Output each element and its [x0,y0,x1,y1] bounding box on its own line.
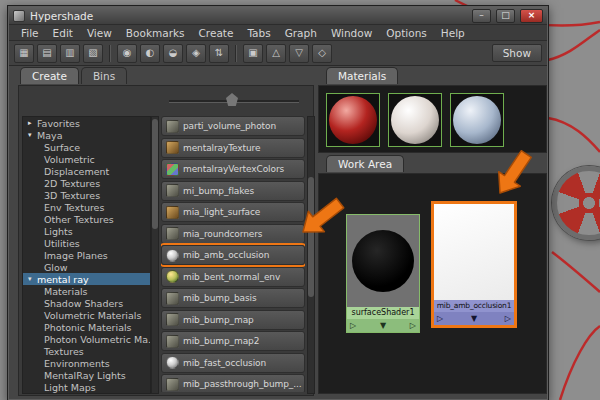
tree-item-other-textures[interactable]: Other Textures [23,213,150,225]
node-list-item[interactable]: mib_passthrough_bump_... [161,374,305,392]
tree-item-volumetric[interactable]: Volumetric [23,153,150,165]
tree-item-maya[interactable]: ▾Maya [23,129,150,141]
mib-amb-occlusion1-swatch[interactable] [434,204,514,300]
toolbar-icon-grid1[interactable]: ▦ [14,44,34,63]
node-list-item[interactable]: mib_bent_normal_env [161,267,305,287]
tree-item-shadow-shaders[interactable]: Shadow Shaders [23,297,150,309]
collapsed-arrow-icon[interactable]: ▸ [28,119,37,127]
node-list-scrollbar-thumb[interactable] [308,177,314,297]
minimize-button[interactable]: – [472,9,491,23]
materials-strip [318,85,547,153]
toolbar-icon-graph1[interactable]: ▣ [243,44,263,63]
node-list-scrollbar[interactable] [307,116,315,394]
menu-file[interactable]: File [14,27,46,39]
menu-tabs[interactable]: Tabs [240,27,277,39]
tree-item-surface[interactable]: Surface [23,141,150,153]
tree-item-lights[interactable]: Lights [23,225,150,237]
tab-create[interactable]: Create [20,67,79,84]
menu-edit[interactable]: Edit [46,27,80,39]
tree-item-2d-textures[interactable]: 2D Textures [23,177,150,189]
toolbar-icon-grid4[interactable]: ▧ [83,44,103,63]
menu-window[interactable]: Window [324,27,379,39]
swatch-size-slider-handle[interactable] [226,93,238,106]
menu-create[interactable]: Create [192,27,241,39]
node-list-item[interactable]: mib_bump_basis [161,288,305,308]
toolbar-icon-grid2[interactable]: ▤ [37,44,57,63]
tree-item-photonic-materials[interactable]: Photonic Materials [23,321,150,333]
tree-item-favorites[interactable]: ▸Favorites [23,117,150,129]
node-list-item[interactable]: mi_bump_flakes [161,181,305,201]
toolbar-icon-sphere3[interactable]: ◒ [163,44,183,63]
menu-arrow-icon[interactable]: ▼ [471,314,477,323]
toolbar-icon-diamond[interactable]: ◈ [186,44,206,63]
toolbar-icon-graph2[interactable]: △ [266,44,286,63]
node-list-item[interactable]: mia_roundcorners [161,224,305,244]
hypershade-window: Hypershade – □ × File Edit View Bookmark… [7,5,549,400]
node-mib-amb-occlusion1[interactable]: mib_amb_occlusion1 ▷ ▼ ▷ [431,201,517,328]
tree-item-photon-volumetric[interactable]: Photon Volumetric Ma... [23,333,150,345]
work-area[interactable]: surfaceShader1 ▷ ▼ ▷ mib_amb_occlusion1 … [318,173,547,394]
node-list-item[interactable]: parti_volume_photon [161,116,305,136]
menu-arrow-icon[interactable]: ▼ [380,321,386,330]
tree-item-displacement[interactable]: Displacement [23,165,150,177]
tab-materials[interactable]: Materials [326,67,398,84]
material-swatch-red[interactable] [326,93,380,147]
node-list-item[interactable]: mib_fast_occlusion [161,353,305,373]
tree-scrollbar-thumb[interactable] [152,119,158,229]
tab-bins[interactable]: Bins [81,67,127,84]
tree-item-utilities[interactable]: Utilities [23,237,150,249]
tree-item-glow[interactable]: Glow [23,261,150,273]
left-tab-bar: Create Bins [20,67,127,84]
tree-item-mentalray-lights[interactable]: MentalRay Lights [23,369,150,381]
outputs-arrow-icon[interactable]: ▷ [505,314,511,323]
title-bar[interactable]: Hypershade – □ × [9,7,547,25]
category-tree: ▸Favorites ▾Maya Surface Volumetric Disp… [22,116,151,394]
tree-item-environments[interactable]: Environments [23,357,150,369]
node-surfaceshader1[interactable]: surfaceShader1 ▷ ▼ ▷ [346,214,420,333]
color-sphere-icon [166,270,179,283]
tree-item-env-textures[interactable]: Env Textures [23,201,150,213]
material-swatch-pearl[interactable] [388,93,442,147]
menu-help[interactable]: Help [434,27,472,39]
node-list-item[interactable]: mentalrayTexture [161,138,305,158]
red-sphere-icon [329,96,377,144]
tree-item-light-maps[interactable]: Light Maps [23,381,150,393]
tree-scrollbar[interactable] [151,116,159,394]
node-list-item[interactable]: mia_light_surface [161,202,305,222]
toolbar-icon-sphere2[interactable]: ◐ [140,44,160,63]
window-title: Hypershade [30,10,93,22]
menu-view[interactable]: View [80,27,119,39]
node-list-item[interactable]: mib_bump_map2 [161,331,305,351]
toolbar-icon-graph3[interactable]: ▽ [289,44,309,63]
toolbar-icon-sphere1[interactable]: ◉ [117,44,137,63]
node-list-item[interactable]: mib_bump_map [161,310,305,330]
tab-work-area[interactable]: Work Area [326,155,404,172]
maximize-button[interactable]: □ [496,9,515,23]
surfaceshader1-swatch[interactable] [347,215,419,307]
menu-bookmarks[interactable]: Bookmarks [119,27,192,39]
expanded-arrow-icon[interactable]: ▾ [28,275,37,283]
toolbar-icon-connections[interactable]: ⇅ [209,44,229,63]
inputs-arrow-icon[interactable]: ▷ [437,314,443,323]
tree-item-mental-ray[interactable]: ▾mental ray [23,273,150,285]
close-button[interactable]: × [520,9,543,23]
tree-item-materials[interactable]: Materials [23,285,150,297]
tree-item-volumetric-materials[interactable]: Volumetric Materials [23,309,150,321]
node-list-item-mib-amb-occlusion[interactable]: mib_amb_occlusion [161,245,305,265]
expanded-arrow-icon[interactable]: ▾ [28,131,37,139]
outputs-arrow-icon[interactable]: ▷ [410,321,416,330]
toolbar-icon-graph4[interactable]: ◇ [312,44,332,63]
swatch-icon [166,292,179,305]
material-swatch-blue[interactable] [450,93,504,147]
swatch-icon [166,378,179,391]
tree-item-3d-textures[interactable]: 3D Textures [23,189,150,201]
menu-graph[interactable]: Graph [278,27,324,39]
tree-item-image-planes[interactable]: Image Planes [23,249,150,261]
node-list-item[interactable]: mentalrayVertexColors [161,159,305,179]
inputs-arrow-icon[interactable]: ▷ [350,321,356,330]
tree-item-textures[interactable]: Textures [23,345,150,357]
toolbar-icon-grid3[interactable]: ▥ [60,44,80,63]
menu-options[interactable]: Options [379,27,434,39]
node-title: surfaceShader1 [347,307,419,319]
show-button[interactable]: Show [492,44,542,62]
